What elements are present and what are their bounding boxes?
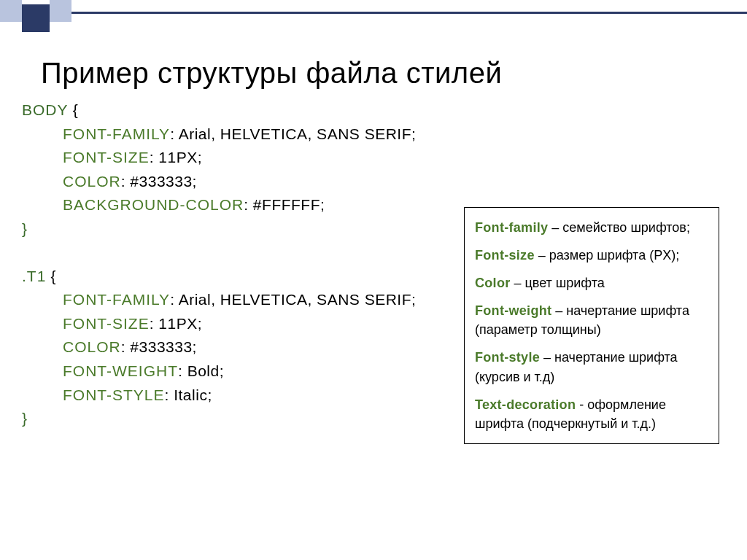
decor-square-light-1 xyxy=(0,0,22,22)
selector-body: BODY xyxy=(22,101,69,118)
legend-term: Font-style xyxy=(475,350,540,365)
legend-item: Font-weight – начертание шрифта (парамет… xyxy=(475,301,710,339)
legend-term: Font-weight xyxy=(475,303,551,318)
css-prop: COLOR xyxy=(63,173,121,190)
css-prop: FONT-SIZE xyxy=(63,149,150,166)
decor-square-light-2 xyxy=(50,0,71,22)
css-val: : 11PX; xyxy=(150,149,202,166)
code-line: COLOR: #333333; xyxy=(22,335,416,359)
legend-item: Font-size – размер шрифта (PX); xyxy=(475,246,710,265)
slide: Пример структуры файла стилей BODY { FON… xyxy=(0,0,747,560)
code-line: BODY { xyxy=(22,98,416,122)
code-line: FONT-STYLE: Italic; xyxy=(22,384,416,408)
selector-t1: .T1 xyxy=(22,268,46,284)
css-val: : Arial, HELVETICA, SANS SERIF; xyxy=(170,291,416,308)
code-line: } xyxy=(22,217,416,241)
legend-desc: – семейство шрифтов; xyxy=(548,220,690,235)
legend-item: Font-style – начертание шрифта (курсив и… xyxy=(475,348,710,386)
css-val: : Bold; xyxy=(178,362,224,379)
code-line: FONT-SIZE: 11PX; xyxy=(22,312,416,336)
code-line: FONT-FAMILY: Arial, HELVETICA, SANS SERI… xyxy=(22,288,416,312)
code-line: FONT-SIZE: 11PX; xyxy=(22,146,416,170)
legend-item: Text-decoration - оформление шрифта (под… xyxy=(475,395,710,433)
css-prop: FONT-FAMILY xyxy=(63,125,170,142)
code-example: BODY { FONT-FAMILY: Arial, HELVETICA, SA… xyxy=(22,98,416,431)
legend-term: Text-decoration xyxy=(475,397,576,412)
decor-bar xyxy=(71,12,747,14)
slide-title: Пример структуры файла стилей xyxy=(41,57,502,90)
legend-term: Font-family xyxy=(475,220,548,235)
css-val: : #333333; xyxy=(121,338,197,355)
css-val: : Italic; xyxy=(165,386,212,403)
blank-line xyxy=(22,241,416,265)
code-line: .T1 { xyxy=(22,265,416,289)
css-prop: FONT-SIZE xyxy=(63,315,150,332)
legend-term: Font-size xyxy=(475,248,535,262)
css-val: : Arial, HELVETICA, SANS SERIF; xyxy=(170,125,416,142)
decor-square-dark xyxy=(22,4,50,32)
css-val: : 11PX; xyxy=(150,315,202,332)
brace: } xyxy=(22,410,28,427)
legend-item: Font-family – семейство шрифтов; xyxy=(475,218,710,237)
css-prop: FONT-WEIGHT xyxy=(63,362,178,379)
css-prop: FONT-FAMILY xyxy=(63,291,170,308)
css-prop: BACKGROUND-COLOR xyxy=(63,196,244,213)
legend-box: Font-family – семейство шрифтов; Font-si… xyxy=(464,207,719,444)
code-line: BACKGROUND-COLOR: #FFFFFF; xyxy=(22,193,416,217)
code-line: COLOR: #333333; xyxy=(22,170,416,194)
brace: { xyxy=(69,101,78,118)
code-line: FONT-WEIGHT: Bold; xyxy=(22,359,416,384)
code-line: FONT-FAMILY: Arial, HELVETICA, SANS SERI… xyxy=(22,122,416,147)
legend-desc: – цвет шрифта xyxy=(511,276,605,290)
legend-desc: – размер шрифта (PX); xyxy=(535,248,679,262)
brace: } xyxy=(22,220,28,237)
css-val: : #FFFFFF; xyxy=(244,196,325,213)
header-decor xyxy=(0,0,747,34)
css-val: : #333333; xyxy=(121,173,197,190)
legend-item: Color – цвет шрифта xyxy=(475,273,710,292)
code-line: } xyxy=(22,407,416,431)
css-prop: COLOR xyxy=(63,338,121,355)
legend-term: Color xyxy=(475,276,511,290)
css-prop: FONT-STYLE xyxy=(63,386,165,403)
brace: { xyxy=(46,268,55,284)
